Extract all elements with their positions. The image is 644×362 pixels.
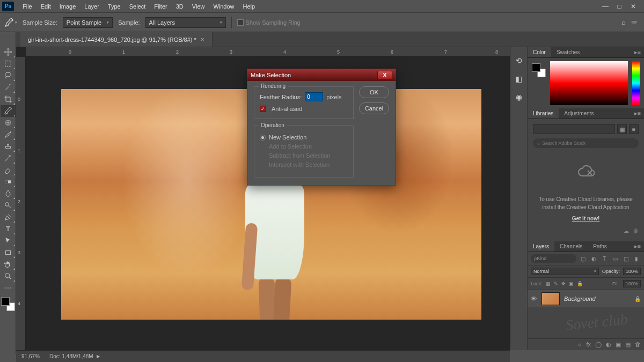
type-tool[interactable] [1, 223, 16, 235]
cloud-sync-icon[interactable]: ☁ [624, 228, 629, 234]
filter-type-icon[interactable]: T [600, 254, 609, 263]
library-select[interactable] [533, 124, 615, 134]
layer-filter-search[interactable]: ρ Kind [531, 254, 576, 263]
library-grid-view-icon[interactable]: ▦ [617, 124, 627, 134]
tab-channels[interactable]: Channels [554, 241, 588, 252]
layer-fx-icon[interactable]: fx [586, 341, 591, 348]
lock-pixels-icon[interactable]: ▦ [546, 281, 551, 286]
fill-value[interactable]: 100% [623, 280, 641, 287]
feather-radius-input[interactable] [305, 92, 323, 101]
menu-type[interactable]: Type [104, 0, 125, 13]
hand-tool[interactable] [1, 258, 16, 270]
doc-info[interactable]: Doc: 1,48M/1,48M [49, 353, 93, 359]
zoom-level[interactable]: 91,67% [21, 353, 40, 359]
blend-mode-select[interactable]: Normal▾ [531, 268, 599, 275]
menu-file[interactable]: File [18, 0, 36, 13]
pen-tool[interactable] [1, 211, 16, 223]
layer-name[interactable]: Background [564, 295, 596, 302]
ruler-vertical[interactable]: 01234 [16, 57, 26, 350]
filter-smart-icon[interactable]: ◫ [621, 254, 630, 263]
filter-image-icon[interactable]: ▢ [579, 254, 587, 263]
color-spectrum[interactable] [550, 61, 628, 105]
marquee-tool[interactable] [1, 58, 16, 70]
move-tool[interactable] [1, 46, 16, 58]
layers-panel-menu-icon[interactable]: ▸≡ [631, 241, 644, 252]
cancel-button[interactable]: Cancel [359, 102, 389, 114]
filter-toggle-icon[interactable]: ▮ [632, 254, 641, 263]
eyedropper-tool[interactable] [1, 105, 16, 117]
search-icon[interactable]: ⌕ [621, 18, 626, 26]
ruler-horizontal[interactable]: 012345678 [26, 47, 510, 57]
menu-3d[interactable]: 3D [172, 0, 188, 13]
healing-brush-tool[interactable] [1, 117, 16, 129]
eraser-tool[interactable] [1, 164, 16, 176]
menu-view[interactable]: View [188, 0, 209, 13]
link-layers-icon[interactable]: ⟐ [578, 341, 582, 348]
color-panel-fgbg[interactable] [532, 63, 546, 77]
window-close-button[interactable]: ✕ [627, 2, 640, 11]
rectangle-tool[interactable] [1, 247, 16, 258]
foreground-background-colors[interactable] [1, 297, 15, 311]
brush-tool[interactable] [1, 129, 16, 141]
show-sampling-ring-checkbox[interactable]: Show Sampling Ring [237, 19, 301, 26]
dialog-close-button[interactable]: X [377, 71, 392, 79]
dialog-title-bar[interactable]: Make Selection X [247, 69, 396, 81]
op-new-selection-radio[interactable]: New Selection [260, 134, 348, 141]
delete-layer-icon[interactable]: 🗑 [635, 341, 641, 348]
trash-icon[interactable]: 🗑 [633, 228, 639, 234]
lasso-tool[interactable] [1, 70, 16, 82]
sample-layers-select[interactable]: All Layers▾ [145, 17, 226, 28]
anti-aliased-checkbox[interactable]: ✓Anti-aliased [260, 106, 348, 112]
history-panel-icon[interactable]: ⟲ [514, 56, 524, 65]
ok-button[interactable]: OK [359, 86, 389, 98]
menu-help[interactable]: Help [239, 0, 260, 13]
dodge-tool[interactable] [1, 200, 16, 211]
libraries-panel-menu-icon[interactable]: ▸≡ [631, 108, 644, 119]
3d-panel-icon[interactable]: ◉ [514, 92, 524, 102]
lock-artboard-icon[interactable]: ▣ [569, 281, 574, 286]
menu-select[interactable]: Select [125, 0, 150, 13]
window-maximize-button[interactable]: □ [613, 2, 626, 11]
new-group-icon[interactable]: ▣ [616, 341, 621, 348]
layer-row-background[interactable]: 👁 Background 🔒 [528, 290, 644, 307]
color-panel-menu-icon[interactable]: ▸≡ [631, 47, 644, 57]
document-tab-close-icon[interactable]: × [201, 36, 204, 43]
filter-shape-icon[interactable]: ▭ [611, 254, 619, 263]
new-adjustment-icon[interactable]: ◐ [606, 341, 611, 348]
sample-size-select[interactable]: Point Sample▾ [63, 17, 113, 28]
properties-panel-icon[interactable]: ◧ [514, 74, 524, 84]
hue-slider[interactable] [632, 61, 640, 105]
menu-edit[interactable]: Edit [36, 0, 55, 13]
tab-libraries[interactable]: Libraries [528, 108, 559, 119]
library-list-view-icon[interactable]: ≡ [629, 124, 639, 134]
layer-visibility-icon[interactable]: 👁 [531, 295, 537, 302]
lock-all-icon[interactable]: 🔒 [577, 281, 583, 286]
history-brush-tool[interactable] [1, 152, 16, 164]
menu-image[interactable]: Image [55, 0, 80, 13]
library-get-it-link[interactable]: Get it now! [533, 216, 639, 221]
crop-tool[interactable] [1, 93, 16, 105]
tab-color[interactable]: Color [528, 47, 551, 57]
zoom-tool[interactable] [1, 270, 16, 282]
menu-window[interactable]: Window [209, 0, 238, 13]
new-layer-icon[interactable]: ▤ [625, 341, 631, 348]
library-search-input[interactable]: ⌕Search Adobe Stock [533, 138, 639, 148]
lock-brush-icon[interactable]: ✎ [554, 281, 558, 286]
layer-thumbnail[interactable] [541, 292, 560, 305]
tab-adjustments[interactable]: Adjustments [559, 108, 599, 119]
gradient-tool[interactable] [1, 176, 16, 188]
workspace-icon[interactable]: ▭ [631, 18, 636, 26]
layer-lock-icon[interactable]: 🔒 [634, 296, 641, 302]
tab-paths[interactable]: Paths [588, 241, 612, 252]
menu-filter[interactable]: Filter [150, 0, 171, 13]
current-tool-icon[interactable]: ▾ [4, 16, 17, 29]
clone-stamp-tool[interactable] [1, 141, 16, 152]
lock-position-icon[interactable]: ✥ [561, 281, 566, 286]
edit-toolbar-icon[interactable]: ⋯ [1, 282, 16, 294]
window-minimize-button[interactable]: — [599, 2, 612, 11]
filter-adjust-icon[interactable]: ◐ [589, 254, 598, 263]
tab-layers[interactable]: Layers [528, 241, 554, 252]
opacity-value[interactable]: 100% [623, 268, 641, 275]
blur-tool[interactable] [1, 188, 16, 200]
menu-layer[interactable]: Layer [80, 0, 104, 13]
